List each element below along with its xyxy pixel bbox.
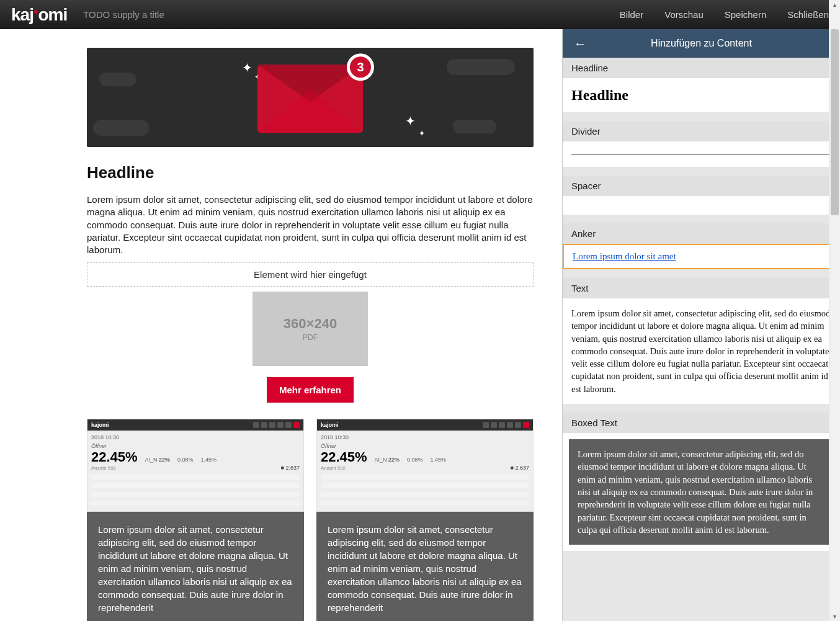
divider-line [571,154,831,154]
anchor-link[interactable]: Lorem ipsum dolor sit amet [573,251,676,261]
boxed-text-preview: Lorem ipsum dolor sit amet, consectetur … [569,439,834,545]
panel-body[interactable]: Headline Headline Divider Spacer Anker L… [563,58,840,621]
panel-title: Hinzufügen zu Content [651,38,752,49]
nav-speichern[interactable]: Speichern [725,9,767,20]
card-right-image: kajomi 2018 10:30 Öffner 22.45% AI_N 22%… [316,419,534,512]
block-label-anker: Anker [563,223,840,244]
block-label-boxed: Boxed Text [563,413,840,433]
card-left[interactable]: kajomi 2018 10:30 Öffner 22.45% AI_N 22%… [87,419,304,621]
envelope-icon: 3 [257,65,363,133]
sparkle-icon: ✦ [405,114,416,128]
body-paragraph[interactable]: Lorem ipsum dolor sit amet, consectetur … [87,194,534,256]
cta-button[interactable]: Mehr erfahren [267,377,354,403]
block-label-headline: Headline [563,58,840,78]
placeholder-dimensions: 360×240 [284,316,337,332]
page-title-placeholder: TODO supply a title [83,9,164,20]
scrollbar-thumb[interactable] [831,29,839,215]
headline-preview-text: Headline [571,87,831,104]
page-scrollbar[interactable]: ▴ ▾ [829,0,840,621]
placeholder-type: PDF [303,333,318,342]
block-headline[interactable]: Headline [563,78,840,112]
nav-schliessen[interactable]: Schließen [787,9,829,20]
block-label-text: Text [563,278,840,298]
block-label-divider: Divider [563,121,840,141]
block-divider[interactable] [563,141,840,167]
scroll-up-icon[interactable]: ▴ [829,1,840,8]
editor-canvas[interactable]: ✦ ✦ ✦ ✦ 3 Headline Lorem ipsum dolor sit… [0,29,562,621]
text-preview: Lorem ipsum dolor sit amet, consectetur … [571,307,831,395]
app-logo: kaj●omi [11,5,67,25]
nav-vorschau[interactable]: Vorschau [664,9,704,20]
topbar: kaj●omi TODO supply a title Bilder Vorsc… [0,0,840,29]
block-spacer[interactable] [563,196,840,215]
sparkle-icon: ✦ [242,60,252,75]
card-right-text[interactable]: Lorem ipsum dolor sit amet, consectetur … [316,512,534,621]
block-boxed-text[interactable]: Lorem ipsum dolor sit amet, consectetur … [563,433,840,551]
headline-text[interactable]: Headline [87,163,534,182]
back-arrow-icon[interactable]: ← [574,37,586,51]
content-blocks-panel: ← Hinzufügen zu Content Headline Headlin… [562,29,840,621]
sparkle-icon: ✦ [419,129,425,138]
block-anker[interactable]: Lorem ipsum dolor sit amet [563,244,840,269]
panel-header: ← Hinzufügen zu Content [563,29,840,58]
block-label-spacer: Spacer [563,176,840,196]
block-text[interactable]: Lorem ipsum dolor sit amet, consectetur … [563,298,840,404]
element-dropzone[interactable]: Element wird hier eingefügt [87,262,534,287]
card-left-image: kajomi 2018 10:30 Öffner 22.45% AI_N 22%… [87,419,304,512]
nav-bilder[interactable]: Bilder [620,9,643,20]
scroll-down-icon[interactable]: ▾ [829,613,840,620]
hero-image[interactable]: ✦ ✦ ✦ ✦ 3 [87,48,534,147]
card-right[interactable]: kajomi 2018 10:30 Öffner 22.45% AI_N 22%… [316,419,534,621]
notification-badge: 3 [347,53,374,81]
dropzone-label: Element wird hier eingefügt [254,269,367,280]
card-left-text[interactable]: Lorem ipsum dolor sit amet, consectetur … [87,512,304,621]
image-placeholder[interactable]: 360×240 PDF [252,292,368,366]
